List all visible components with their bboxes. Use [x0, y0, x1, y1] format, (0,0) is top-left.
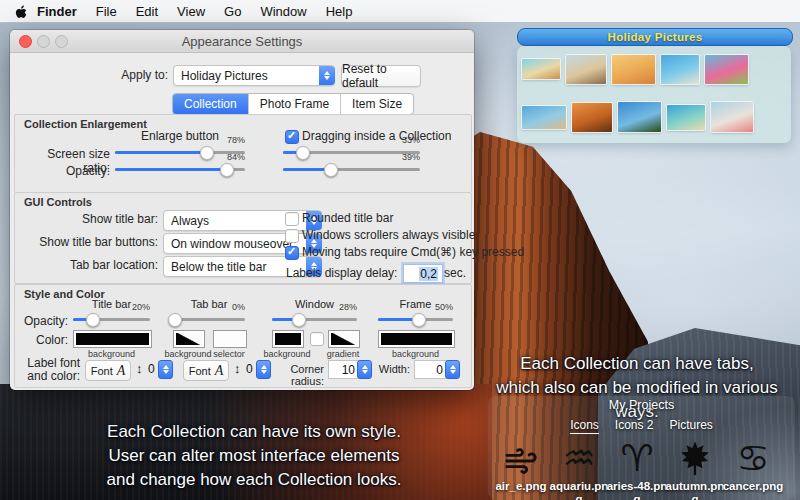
- tabbar-background-swatch[interactable]: [173, 330, 205, 348]
- window-gradient-swatch[interactable]: [328, 330, 360, 348]
- dragging-checkbox[interactable]: ✓: [285, 130, 299, 144]
- opacity-slider-left[interactable]: 84%: [115, 163, 245, 175]
- aries-icon: ♈: [620, 438, 653, 478]
- scrollers-visible-checkbox[interactable]: [285, 229, 299, 243]
- my-projects-collection[interactable]: My Projects IconsIcons 2Pictures air_e.p…: [488, 396, 795, 500]
- slider-knob[interactable]: [220, 163, 234, 177]
- holiday-collection-panel[interactable]: [517, 46, 791, 143]
- tabbar-opacity-slider[interactable]: 0%: [173, 313, 245, 325]
- swatch-caption: background: [257, 349, 317, 359]
- projects-tab-icons-2[interactable]: Icons 2: [615, 418, 654, 434]
- project-file[interactable]: air_e.png: [491, 438, 551, 500]
- tab-item-size[interactable]: Item Size: [341, 94, 413, 114]
- slider-value: 20%: [132, 302, 150, 312]
- holiday-collection-title: Holiday Pictures: [608, 31, 703, 43]
- moving-tabs-cmd-checkbox[interactable]: ✓: [285, 246, 299, 260]
- slider-knob[interactable]: [200, 146, 214, 160]
- titlebar-opacity-slider[interactable]: 20%: [73, 313, 150, 325]
- apply-to-popup[interactable]: Holiday Pictures: [173, 65, 335, 86]
- style-note: Each Collection can have its own style. …: [58, 420, 450, 492]
- projects-tab-pictures[interactable]: Pictures: [670, 418, 713, 434]
- apply-to-label: Apply to:: [68, 68, 168, 82]
- font-button-label: Font: [189, 365, 211, 377]
- slider-knob[interactable]: [86, 313, 100, 327]
- menu-bar: FinderFileEditViewGoWindowHelp: [0, 0, 800, 23]
- corner-radius-label: Corner radius:: [262, 363, 324, 387]
- cancer-icon: ♋: [736, 438, 769, 478]
- tab-collection[interactable]: Collection: [173, 94, 249, 114]
- window-background-swatch[interactable]: [272, 330, 304, 348]
- popup-arrows-icon: [319, 66, 335, 85]
- menu-item-go[interactable]: Go: [224, 4, 241, 19]
- photo-thumbnail[interactable]: [711, 102, 753, 132]
- project-file[interactable]: ♈aries-48.png: [607, 438, 667, 500]
- tabbar-font-button[interactable]: Font A: [183, 360, 229, 381]
- photo-thumbnail[interactable]: [522, 59, 560, 79]
- opacity-slider-right[interactable]: 39%: [283, 163, 420, 175]
- window-opacity-slider[interactable]: 28%: [272, 313, 357, 325]
- titlebar-fontsize-stepper[interactable]: [158, 360, 173, 379]
- slider-knob[interactable]: [412, 313, 426, 327]
- tab-bar-location-label: Tab bar location:: [38, 258, 158, 272]
- label-font-label-line2: and color:: [18, 369, 80, 383]
- scrollers-visible-label: Windows scrollers always visible: [302, 228, 475, 242]
- photo-thumbnail[interactable]: [667, 105, 705, 130]
- photo-thumbnail[interactable]: [566, 55, 606, 84]
- desktop: FinderFileEditViewGoWindowHelp Holiday P…: [0, 0, 800, 500]
- swatch-caption: background: [378, 349, 453, 359]
- photo-thumbnail[interactable]: [661, 55, 699, 84]
- photo-thumbnail[interactable]: [522, 106, 566, 129]
- rounded-title-bar-checkbox[interactable]: [285, 212, 299, 226]
- width-label: Width:: [372, 363, 410, 375]
- menu-item-help[interactable]: Help: [326, 4, 353, 19]
- reset-to-default-button[interactable]: Reset to default: [341, 65, 421, 87]
- apply-to-value: Holiday Pictures: [174, 69, 319, 83]
- labels-delay-suffix: sec.: [444, 266, 466, 280]
- slider-value: 84%: [227, 152, 245, 162]
- tabbar-selector-swatch[interactable]: [213, 330, 247, 348]
- appearance-settings-window: Appearance Settings Apply to: Holiday Pi…: [10, 30, 474, 390]
- window-title: Appearance Settings: [10, 34, 474, 49]
- menu-item-edit[interactable]: Edit: [136, 4, 158, 19]
- photo-thumbnail[interactable]: [572, 103, 612, 132]
- slider-knob[interactable]: [168, 313, 182, 327]
- resize-arrows-icon: ↕: [136, 361, 143, 376]
- frame-opacity-slider[interactable]: 50%: [378, 313, 453, 325]
- tab-photo-frame[interactable]: Photo Frame: [249, 94, 341, 114]
- holiday-collection-titlebar[interactable]: Holiday Pictures: [517, 28, 793, 46]
- screen-size-ratio-slider-right[interactable]: 33%: [283, 146, 420, 158]
- label-font-label-line1: Label font: [18, 356, 80, 370]
- project-file[interactable]: ♋cancer.png: [723, 438, 783, 500]
- projects-tab-icons[interactable]: Icons: [570, 418, 599, 434]
- window-gradient-checkbox[interactable]: [310, 332, 324, 346]
- menu-item-window[interactable]: Window: [260, 4, 306, 19]
- corner-radius-stepper[interactable]: [357, 360, 372, 379]
- screen-size-ratio-slider-left[interactable]: 78%: [115, 146, 245, 158]
- project-file-name: cancer.png: [721, 480, 785, 493]
- slider-knob[interactable]: [324, 163, 338, 177]
- titlebar-background-swatch[interactable]: [73, 330, 152, 348]
- labels-delay-field[interactable]: 0,2: [403, 264, 443, 283]
- photo-thumbnail[interactable]: [705, 55, 748, 84]
- project-file[interactable]: autumn.png: [665, 438, 725, 500]
- photo-thumbnail[interactable]: [618, 102, 661, 132]
- style-opacity-label: Opacity:: [18, 314, 68, 328]
- width-stepper[interactable]: [445, 360, 460, 379]
- slider-knob[interactable]: [296, 146, 310, 160]
- menu-item-view[interactable]: View: [177, 4, 205, 19]
- width-field[interactable]: 0: [414, 360, 449, 379]
- window-titlebar[interactable]: Appearance Settings: [10, 30, 474, 53]
- apple-menu-icon[interactable]: [14, 4, 27, 19]
- aquarius-icon: ♒: [562, 438, 595, 478]
- menu-item-finder[interactable]: Finder: [37, 4, 77, 19]
- slider-knob[interactable]: [292, 313, 306, 327]
- enlarge-button-header: Enlarge button: [135, 129, 225, 143]
- menu-item-file[interactable]: File: [96, 4, 117, 19]
- swatch-caption: background: [158, 349, 218, 359]
- frame-background-swatch[interactable]: [378, 330, 455, 348]
- tabs-note-line1: Each Collection can have tabs,: [478, 352, 796, 376]
- project-file[interactable]: ♒aquariu.png: [549, 438, 609, 500]
- titlebar-font-button[interactable]: Font A: [85, 360, 131, 381]
- photo-thumbnail[interactable]: [612, 55, 655, 84]
- project-file-name: aries-48.png: [605, 480, 669, 500]
